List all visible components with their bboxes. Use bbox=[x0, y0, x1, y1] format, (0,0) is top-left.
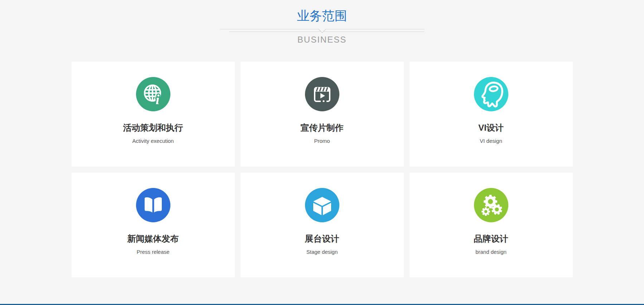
card-title: 展台设计 bbox=[305, 234, 339, 243]
card-subtitle: Activity execution bbox=[132, 138, 174, 144]
divider-shadow-line bbox=[229, 32, 424, 32]
card-subtitle: Promo bbox=[314, 138, 330, 144]
card-subtitle: brand design bbox=[475, 249, 507, 255]
head-idea-icon bbox=[474, 77, 508, 111]
page-title: 业务范围 bbox=[0, 9, 644, 23]
card-vi-design[interactable]: VI设计 VI design bbox=[410, 62, 573, 166]
page-subtitle: BUSINESS bbox=[0, 35, 644, 45]
open-book-icon bbox=[136, 188, 170, 222]
gears-icon bbox=[474, 188, 508, 222]
card-title: 宣传片制作 bbox=[301, 123, 344, 132]
section-divider bbox=[220, 29, 424, 34]
card-activity-execution[interactable]: i 活动策划和执行 Activity execution bbox=[72, 62, 235, 166]
card-title: 活动策划和执行 bbox=[123, 123, 183, 132]
video-clapper-icon bbox=[305, 77, 339, 111]
card-subtitle: VI design bbox=[480, 138, 502, 144]
card-promo[interactable]: 宣传片制作 Promo bbox=[241, 62, 404, 166]
card-brand-design[interactable]: 品牌设计 brand design bbox=[410, 173, 573, 277]
globe-info-icon: i bbox=[136, 77, 170, 111]
card-press-release[interactable]: 新闻媒体发布 Press release bbox=[72, 173, 235, 277]
card-subtitle: Stage design bbox=[306, 249, 338, 255]
card-subtitle: Press release bbox=[137, 249, 170, 255]
card-title: 新闻媒体发布 bbox=[127, 234, 179, 243]
svg-text:i: i bbox=[155, 92, 159, 107]
card-title: 品牌设计 bbox=[474, 234, 508, 243]
card-title: VI设计 bbox=[478, 123, 504, 132]
cube-icon bbox=[305, 188, 339, 222]
card-stage-design[interactable]: 展台设计 Stage design bbox=[241, 173, 404, 277]
business-card-grid: i 活动策划和执行 Activity execution 宣传片制作 Promo bbox=[72, 62, 573, 277]
